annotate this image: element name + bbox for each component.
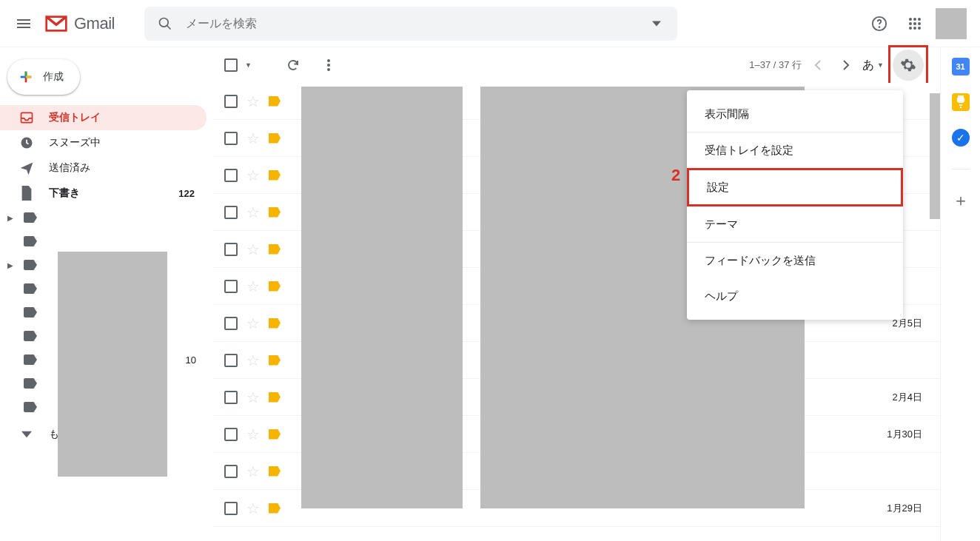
menu-feedback-label: フィードバックを送信 xyxy=(705,254,816,268)
annotation-2: 2 xyxy=(671,166,680,185)
search-icon[interactable] xyxy=(150,9,180,38)
menu-help[interactable]: ヘルプ xyxy=(687,278,903,314)
svg-line-1 xyxy=(167,25,170,29)
sidebar-label-2[interactable] xyxy=(0,229,212,253)
star-icon[interactable]: ☆ xyxy=(246,463,260,480)
compose-button[interactable]: 作成 xyxy=(7,59,80,95)
hamburger-icon xyxy=(17,17,30,30)
sent-icon xyxy=(19,161,34,175)
toolbar-right: 1–37 / 37 行 あ ▼ xyxy=(749,45,928,85)
row-checkbox[interactable] xyxy=(224,132,238,145)
menu-themes[interactable]: テーマ xyxy=(687,206,903,242)
calendar-addon[interactable]: 31 xyxy=(952,58,970,75)
search-bar[interactable] xyxy=(144,7,677,41)
row-checkbox[interactable] xyxy=(224,428,238,441)
row-checkbox[interactable] xyxy=(224,354,238,367)
importance-icon[interactable] xyxy=(269,466,281,477)
row-checkbox[interactable] xyxy=(224,502,238,515)
menu-feedback[interactable]: フィードバックを送信 xyxy=(687,243,903,278)
row-checkbox[interactable] xyxy=(224,391,238,404)
snoozed-label: スヌーズ中 xyxy=(49,136,101,149)
toolbar: ▼ 1–37 / 37 行 あ ▼ xyxy=(212,47,940,83)
importance-icon[interactable] xyxy=(269,503,281,514)
main-menu-button[interactable] xyxy=(6,6,41,41)
prev-page-button[interactable] xyxy=(806,53,830,77)
account-avatar[interactable] xyxy=(936,8,967,39)
expand-icon: ▶ xyxy=(7,214,15,222)
next-page-button[interactable] xyxy=(834,53,858,77)
sidebar-item-snoozed[interactable]: スヌーズ中 xyxy=(0,130,207,155)
svg-point-15 xyxy=(327,59,330,62)
svg-point-5 xyxy=(913,18,916,21)
svg-point-6 xyxy=(918,18,921,21)
input-tools-button[interactable]: あ ▼ xyxy=(862,58,884,73)
row-checkbox[interactable] xyxy=(224,465,238,478)
row-checkbox[interactable] xyxy=(224,169,238,182)
menu-settings-label: 設定 xyxy=(707,181,729,195)
sidebar-item-drafts[interactable]: 下書き 122 xyxy=(0,181,207,206)
star-icon[interactable]: ☆ xyxy=(246,389,260,406)
header: Gmail xyxy=(0,0,980,47)
star-icon[interactable]: ☆ xyxy=(246,204,260,221)
search-input[interactable] xyxy=(186,17,636,30)
search-options-dropdown[interactable] xyxy=(642,9,671,38)
row-checkbox[interactable] xyxy=(224,206,238,219)
star-icon[interactable]: ☆ xyxy=(246,426,260,443)
inbox-icon xyxy=(19,110,34,125)
importance-icon[interactable] xyxy=(269,133,281,144)
importance-icon[interactable] xyxy=(269,170,281,181)
importance-icon[interactable] xyxy=(269,244,281,255)
label-icon xyxy=(24,307,37,317)
scrollbar-thumb[interactable] xyxy=(930,93,940,219)
gmail-m-icon xyxy=(44,15,68,33)
row-checkbox[interactable] xyxy=(224,243,238,256)
menu-settings[interactable]: 2 設定 xyxy=(687,168,903,206)
gmail-logo[interactable]: Gmail xyxy=(44,14,115,33)
row-checkbox[interactable] xyxy=(224,280,238,293)
star-icon[interactable]: ☆ xyxy=(246,93,260,110)
star-icon[interactable]: ☆ xyxy=(246,130,260,147)
star-icon[interactable]: ☆ xyxy=(246,241,260,258)
label-icon xyxy=(24,283,37,294)
get-addons[interactable]: ＋ xyxy=(952,192,970,209)
star-icon[interactable]: ☆ xyxy=(246,500,260,517)
importance-icon[interactable] xyxy=(269,429,281,440)
sidebar: 作成 受信トレイ スヌーズ中 送信済み 下書き 122 xyxy=(0,47,212,541)
settings-button[interactable] xyxy=(888,45,928,85)
inbox-label: 受信トレイ xyxy=(49,111,101,124)
svg-point-17 xyxy=(327,68,330,71)
importance-icon[interactable] xyxy=(269,355,281,366)
menu-configure-inbox-label: 受信トレイを設定 xyxy=(705,144,793,158)
svg-point-16 xyxy=(327,64,330,67)
more-button[interactable] xyxy=(314,50,343,80)
star-icon[interactable]: ☆ xyxy=(246,278,260,295)
importance-icon[interactable] xyxy=(269,318,281,329)
row-checkbox[interactable] xyxy=(224,317,238,330)
expand-icon: ▶ xyxy=(7,261,15,269)
keep-addon[interactable] xyxy=(952,93,970,111)
sidebar-label-1[interactable]: ▶ xyxy=(0,206,212,229)
settings-menu: 表示間隔 受信トレイを設定 2 設定 テーマ フィードバックを送信 ヘルプ xyxy=(687,90,903,320)
row-checkbox[interactable] xyxy=(224,95,238,108)
star-icon[interactable]: ☆ xyxy=(246,315,260,332)
select-dropdown-icon[interactable]: ▼ xyxy=(245,61,252,69)
menu-density[interactable]: 表示間隔 xyxy=(687,96,903,132)
importance-icon[interactable] xyxy=(269,281,281,292)
importance-icon[interactable] xyxy=(269,207,281,218)
importance-icon[interactable] xyxy=(269,392,281,403)
support-icon[interactable] xyxy=(865,9,894,38)
sidebar-item-sent[interactable]: 送信済み xyxy=(0,155,207,181)
star-icon[interactable]: ☆ xyxy=(246,352,260,369)
apps-icon[interactable] xyxy=(900,9,930,38)
label-icon xyxy=(24,402,37,412)
refresh-button[interactable] xyxy=(278,50,308,80)
label-icon xyxy=(24,260,37,270)
importance-icon[interactable] xyxy=(269,96,281,107)
star-icon[interactable]: ☆ xyxy=(246,167,260,184)
select-all-checkbox[interactable] xyxy=(224,58,238,72)
drafts-label: 下書き xyxy=(49,187,80,200)
menu-configure-inbox[interactable]: 受信トレイを設定 xyxy=(687,132,903,168)
sidebar-item-inbox[interactable]: 受信トレイ xyxy=(0,105,207,130)
svg-point-10 xyxy=(909,27,912,30)
tasks-addon[interactable] xyxy=(952,129,970,147)
